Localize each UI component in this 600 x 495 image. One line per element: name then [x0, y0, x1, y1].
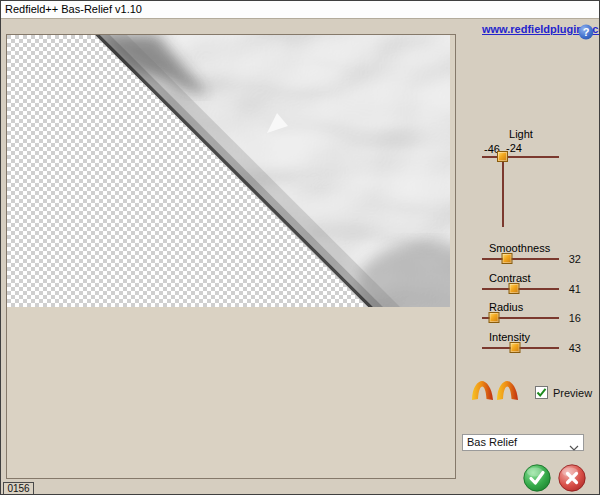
- chevron-down-icon: [569, 440, 579, 455]
- slider-value-radius: 16: [557, 312, 581, 324]
- slider-smoothness[interactable]: [482, 253, 559, 265]
- preview-checkbox[interactable]: [535, 386, 548, 399]
- preview-panel: [6, 34, 456, 479]
- preview-checkbox-label: Preview: [553, 387, 592, 399]
- window-title: Redfield++ Bas-Relief v1.10: [5, 3, 142, 15]
- slider-intensity[interactable]: [482, 342, 559, 354]
- slider-contrast[interactable]: [482, 283, 559, 295]
- slider-track[interactable]: [482, 258, 559, 260]
- slider-track[interactable]: [482, 288, 559, 290]
- slider-thumb[interactable]: [501, 253, 512, 264]
- plugin-dialog: Redfield++ Bas-Relief v1.10: [0, 0, 600, 495]
- titlebar: Redfield++ Bas-Relief v1.10: [1, 1, 599, 19]
- slider-thumb[interactable]: [508, 283, 519, 294]
- light-track-vertical[interactable]: [502, 158, 504, 227]
- preview-image[interactable]: [7, 35, 450, 307]
- light-thumb[interactable]: [497, 151, 508, 162]
- slider-value-intensity: 43: [557, 342, 581, 354]
- light-label: Light: [501, 128, 541, 140]
- cancel-button[interactable]: [558, 464, 586, 492]
- slider-value-smoothness: 32: [557, 253, 581, 265]
- effect-select[interactable]: Bas Relief: [462, 434, 584, 451]
- light-y-value: -24: [506, 142, 522, 154]
- effect-select-value: Bas Relief: [467, 436, 517, 448]
- slider-radius[interactable]: [482, 312, 559, 324]
- slider-thumb[interactable]: [510, 342, 521, 353]
- light-track-horizontal[interactable]: [482, 156, 559, 158]
- relief-texture: [7, 35, 450, 307]
- redfield-logo-icon: [471, 378, 519, 404]
- help-icon[interactable]: ?: [578, 24, 594, 40]
- status-counter: 0156: [3, 482, 34, 495]
- slider-thumb[interactable]: [489, 312, 500, 323]
- slider-value-contrast: 41: [557, 283, 581, 295]
- check-icon: [536, 387, 547, 398]
- svg-text:?: ?: [583, 26, 590, 38]
- ok-button[interactable]: [523, 464, 551, 492]
